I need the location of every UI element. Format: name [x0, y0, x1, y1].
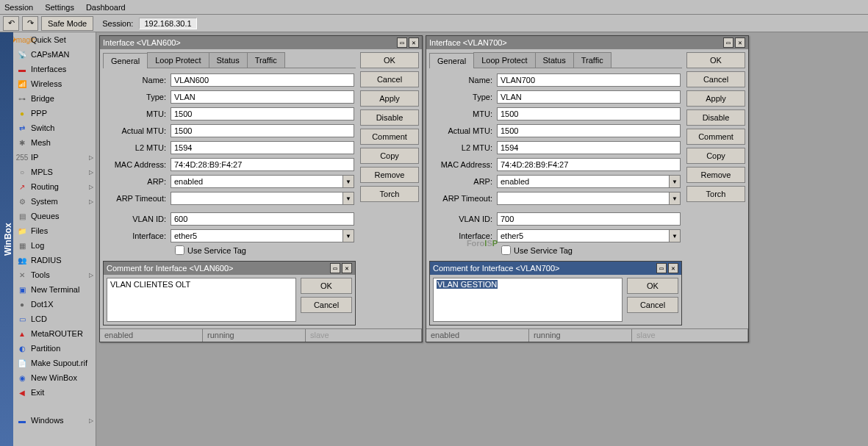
interface-dropdown-icon[interactable]: ▼ [669, 229, 681, 242]
undo-button[interactable]: ↶ [3, 16, 19, 31]
name-field[interactable] [171, 73, 354, 87]
comment-textarea[interactable]: VLAN CLIENTES OLT [107, 278, 296, 322]
interface-field[interactable] [497, 229, 670, 242]
vlan-id-field[interactable] [171, 212, 354, 226]
type-field[interactable] [171, 90, 354, 104]
service-tag-checkbox[interactable] [175, 245, 184, 255]
sidebar-item-new-terminal[interactable]: ▣New Terminal [13, 282, 96, 297]
interface-field[interactable] [171, 229, 343, 242]
ok-button[interactable]: OK [360, 52, 419, 68]
ok-button[interactable]: OK [686, 52, 745, 68]
disable-button[interactable]: Disable [686, 109, 745, 126]
tab-loop-protect[interactable]: Loop Protect [473, 52, 535, 68]
sidebar-item-ppp[interactable]: ●PPP [13, 106, 96, 121]
torch-button[interactable]: Torch [686, 186, 745, 202]
redo-button[interactable]: ↷ [22, 16, 38, 31]
l2-mtu-field[interactable] [497, 141, 681, 154]
minimize-icon[interactable]: ▭ [330, 263, 340, 273]
sidebar-item-interfaces[interactable]: ▬Interfaces [13, 62, 96, 76]
cancel-button[interactable]: Cancel [360, 71, 419, 87]
close-icon[interactable]: ✕ [735, 37, 745, 48]
torch-button[interactable]: Torch [360, 186, 419, 202]
sidebar-item-system[interactable]: ⚙System▷ [13, 194, 96, 209]
mtu-field[interactable] [497, 107, 681, 121]
comment-window-title[interactable]: Comment for Interface <VLAN600> ▭ ✕ [104, 262, 355, 275]
comment-window-title[interactable]: Comment for Interface <VLAN700> ▭ ✕ [430, 262, 681, 275]
cancel-button[interactable]: Cancel [686, 71, 745, 87]
close-icon[interactable]: ✕ [342, 263, 352, 273]
sidebar-item-tools[interactable]: ✕Tools▷ [13, 267, 96, 282]
sidebar-item-wireless[interactable]: 📶Wireless [13, 76, 96, 91]
sidebar-item-lcd[interactable]: ▭LCD [13, 312, 96, 326]
sidebar-item-files[interactable]: 📁Files [13, 223, 96, 238]
window-title[interactable]: Interface <VLAN700> ▭ ✕ [426, 36, 748, 49]
remove-button[interactable]: Remove [360, 167, 419, 183]
disable-button[interactable]: Disable [360, 109, 419, 126]
menu-dashboard[interactable]: Dashboard [86, 3, 126, 12]
sidebar-item-ip[interactable]: 255IP▷ [13, 150, 96, 165]
sidebar-item-exit[interactable]: ◀Exit [13, 385, 96, 400]
sidebar-item-new-winbox[interactable]: ◉New WinBox [13, 370, 96, 385]
close-icon[interactable]: ✕ [409, 37, 419, 48]
copy-button[interactable]: Copy [686, 148, 745, 164]
menu-session[interactable]: Session [4, 3, 33, 12]
comment-textarea[interactable]: VLAN GESTION [433, 278, 623, 322]
sidebar-item-quick-set[interactable]: �magicQuick Set [13, 32, 96, 47]
sidebar-item-partition[interactable]: ◐Partition [13, 341, 96, 356]
minimize-icon[interactable]: ▭ [656, 263, 667, 273]
actual-mtu-field[interactable] [171, 124, 354, 137]
sidebar-item-queues[interactable]: ▤Queues [13, 209, 96, 223]
comment-button[interactable]: Comment [686, 129, 745, 145]
interface-dropdown-icon[interactable]: ▼ [342, 229, 354, 242]
arp-timeout-field[interactable] [497, 192, 670, 205]
copy-button[interactable]: Copy [360, 148, 419, 164]
tab-traffic[interactable]: Traffic [247, 52, 285, 68]
tab-loop-protect[interactable]: Loop Protect [147, 52, 209, 68]
minimize-icon[interactable]: ▭ [723, 37, 734, 48]
sidebar-item-mpls[interactable]: ○MPLS▷ [13, 165, 96, 179]
sidebar-item-windows[interactable]: ▬Windows▷ [13, 413, 96, 428]
sidebar-item-log[interactable]: ▦Log [13, 238, 96, 253]
sidebar-item-make-supout-rif[interactable]: 📄Make Supout.rif [13, 356, 96, 370]
sidebar-item-dot1x[interactable]: ●Dot1X [13, 297, 96, 312]
sidebar-item-switch[interactable]: ⇄Switch [13, 121, 96, 135]
mtu-field[interactable] [171, 107, 354, 121]
tab-status[interactable]: Status [209, 52, 248, 68]
service-tag-checkbox[interactable] [501, 245, 511, 255]
tab-status[interactable]: Status [535, 52, 574, 68]
arp-field[interactable] [171, 175, 343, 188]
type-field[interactable] [497, 90, 681, 104]
l2-mtu-field[interactable] [171, 141, 354, 154]
comment-ok-button[interactable]: OK [627, 278, 678, 294]
tab-traffic[interactable]: Traffic [573, 52, 611, 68]
arp-timeout-field[interactable] [171, 192, 343, 205]
remove-button[interactable]: Remove [686, 167, 745, 183]
arp-timeout-expand-icon[interactable]: ▼ [669, 192, 681, 205]
vlan-id-field[interactable] [497, 212, 681, 226]
apply-button[interactable]: Apply [360, 90, 419, 107]
tab-general[interactable]: General [429, 53, 474, 68]
comment-cancel-button[interactable]: Cancel [627, 297, 678, 313]
sidebar-item-radius[interactable]: 👥RADIUS [13, 253, 96, 267]
safe-mode-button[interactable]: Safe Mode [41, 16, 93, 31]
sidebar-item-bridge[interactable]: ⊶Bridge [13, 91, 96, 106]
sidebar-item-capsman[interactable]: 📡CAPsMAN [13, 47, 96, 62]
sidebar-item-mesh[interactable]: ✱Mesh [13, 135, 96, 150]
arp-dropdown-icon[interactable]: ▼ [669, 175, 681, 188]
apply-button[interactable]: Apply [686, 90, 745, 107]
comment-cancel-button[interactable]: Cancel [301, 297, 352, 313]
menu-settings[interactable]: Settings [45, 3, 74, 12]
comment-button[interactable]: Comment [360, 129, 419, 145]
arp-dropdown-icon[interactable]: ▼ [342, 175, 354, 188]
mac-field[interactable] [497, 158, 681, 171]
sidebar-item-routing[interactable]: ↗Routing▷ [13, 179, 96, 194]
name-field[interactable] [497, 73, 681, 87]
sidebar-item-metarouter[interactable]: ▲MetaROUTER [13, 326, 96, 341]
minimize-icon[interactable]: ▭ [397, 37, 407, 48]
comment-ok-button[interactable]: OK [301, 278, 352, 294]
close-icon[interactable]: ✕ [668, 263, 678, 273]
tab-general[interactable]: General [103, 53, 148, 68]
window-title[interactable]: Interface <VLAN600> ▭ ✕ [100, 36, 422, 49]
arp-field[interactable] [497, 175, 670, 188]
arp-timeout-expand-icon[interactable]: ▼ [342, 192, 354, 205]
